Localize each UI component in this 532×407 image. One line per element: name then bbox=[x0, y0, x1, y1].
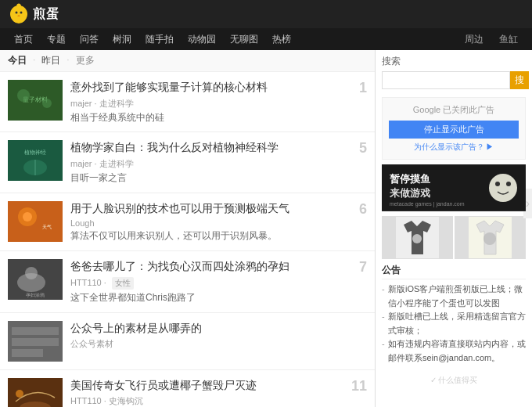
article-number-4: 7 bbox=[359, 259, 367, 276]
article-body-2: 植物学家自白：我为什么反对植物神经科学 majer · 走进科学 目听一家之言 bbox=[70, 140, 367, 184]
stop-ad-button[interactable]: 停止显示此广告 bbox=[389, 121, 519, 139]
logo-icon bbox=[8, 3, 30, 25]
article-desc-4: 这下全世界都知道Chris跑路了 bbox=[70, 291, 367, 304]
article-thumb-4: 孕妇涂鸦 bbox=[8, 259, 63, 300]
search-button[interactable]: 搜 bbox=[510, 71, 529, 89]
banner-ad-svg: 暂停摸鱼 来做游戏 metacade games | jandan.com bbox=[382, 165, 526, 211]
article-item: 公众号上的素材是从哪弄的 公众号素材 bbox=[0, 313, 375, 370]
svg-point-31 bbox=[489, 174, 517, 202]
nav-item-merch[interactable]: 周边 bbox=[458, 28, 490, 50]
article-body-1: 意外找到了能够实现量子计算的核心材料 majer · 走进科学 相当于经典系统中… bbox=[70, 80, 367, 124]
svg-text:植物神经: 植物神经 bbox=[24, 149, 46, 155]
article-meta-3: Lough bbox=[70, 218, 367, 228]
tshirt-item-1[interactable] bbox=[382, 216, 453, 259]
article-thumb-3: 天气 bbox=[8, 201, 63, 242]
article-thumb-6 bbox=[8, 378, 63, 407]
tshirt-svg-2 bbox=[469, 217, 512, 258]
article-title-4[interactable]: 爸爸去哪儿了：为找负心汉而四处涂鸦的孕妇 bbox=[70, 259, 367, 275]
svg-point-9 bbox=[17, 89, 30, 102]
article-title-3[interactable]: 用于人脸识别的技术也可以用于预测极端天气 bbox=[70, 201, 367, 217]
article-desc-3: 算法不仅可以用来识别人，还可以用于识别风暴。 bbox=[70, 229, 367, 243]
article-desc-2: 目听一家之言 bbox=[70, 171, 367, 185]
banner-ad[interactable]: 暂停摸鱼 来做游戏 metacade games | jandan.com bbox=[382, 164, 526, 211]
svg-point-40 bbox=[483, 232, 496, 245]
article-meta-2: majer · 走进科学 bbox=[70, 158, 367, 170]
article-meta-6: HTT110 · 史海钩沉 bbox=[70, 395, 367, 407]
article-meta-1: majer · 走进科学 bbox=[70, 98, 367, 110]
tshirt-svg-1 bbox=[396, 217, 439, 258]
article-item: 植物神经 植物学家自白：我为什么反对植物神经科学 majer · 走进科学 目听… bbox=[0, 132, 375, 193]
svg-point-32 bbox=[495, 182, 500, 186]
main-layout: 今日 · 昨日 · 更多 量子材料 意外找到了能够 bbox=[0, 50, 532, 407]
nav-right: 周边 鱼缸 bbox=[458, 28, 524, 50]
google-ad-area: Google 已关闭此广告 停止显示此广告 为什么显示该广告？ ▶ bbox=[382, 97, 526, 160]
svg-point-6 bbox=[17, 4, 21, 8]
nav-item-zoo[interactable]: 动物园 bbox=[182, 28, 222, 50]
search-label: 搜索 bbox=[382, 55, 526, 68]
svg-text:天气: 天气 bbox=[42, 225, 52, 229]
svg-point-38 bbox=[412, 234, 422, 243]
svg-point-3 bbox=[20, 12, 23, 14]
nav-item-fish[interactable]: 鱼缸 bbox=[493, 28, 524, 50]
announce-item-3: 如有违规内容请直接联站内内容，或邮件联系sein@jandan.com。 bbox=[382, 337, 526, 365]
article-meta-4: HTT110 · 女性 bbox=[70, 277, 367, 290]
nav-item-hot[interactable]: 热榜 bbox=[266, 28, 297, 50]
article-list: 量子材料 意外找到了能够实现量子计算的核心材料 majer · 走进科学 相当于… bbox=[0, 72, 375, 407]
nav-bar: 首页 专题 问答 树洞 随手拍 动物园 无聊图 热榜 周边 鱼缸 bbox=[0, 28, 532, 50]
article-item: 孕妇涂鸦 爸爸去哪儿了：为找负心汉而四处涂鸦的孕妇 HTT110 · 女性 这下… bbox=[0, 251, 375, 312]
search-box: 搜 bbox=[382, 71, 526, 89]
nav-item-boring[interactable]: 无聊图 bbox=[224, 28, 264, 50]
article-title-1[interactable]: 意外找到了能够实现量子计算的核心材料 bbox=[70, 80, 367, 95]
date-tabs: 今日 · 昨日 · 更多 bbox=[8, 54, 95, 67]
announce-item-2: 新版吐槽已上线，采用精选留言官方式审核； bbox=[382, 310, 526, 337]
tshirt-item-2[interactable] bbox=[455, 216, 526, 259]
logo: 煎蛋 bbox=[8, 3, 59, 25]
svg-rect-25 bbox=[12, 338, 59, 346]
article-number-1: 1 bbox=[359, 80, 367, 96]
sidebar: 搜索 搜 Google 已关闭此广告 停止显示此广告 为什么显示该广告？ ▶ bbox=[376, 50, 532, 407]
nav-item-home[interactable]: 首页 bbox=[8, 28, 39, 50]
article-number-6: 11 bbox=[351, 378, 367, 394]
search-input[interactable] bbox=[382, 71, 510, 89]
svg-point-2 bbox=[16, 12, 18, 14]
article-title-5[interactable]: 公众号上的素材是从哪弄的 bbox=[70, 321, 367, 337]
header: 煎蛋 bbox=[0, 0, 532, 28]
article-item: 量子材料 意外找到了能够实现量子计算的核心材料 majer · 走进科学 相当于… bbox=[0, 72, 375, 132]
svg-point-17 bbox=[23, 212, 32, 222]
nav-item-qa[interactable]: 问答 bbox=[74, 28, 105, 50]
article-meta-5: 公众号素材 bbox=[70, 338, 367, 350]
footer-watermark: ✓ 什么值得买 bbox=[376, 370, 532, 391]
svg-point-21 bbox=[25, 267, 38, 279]
nav-item-treehouse[interactable]: 树洞 bbox=[106, 28, 138, 50]
article-body-5: 公众号上的素材是从哪弄的 公众号素材 bbox=[70, 321, 367, 352]
article-body-4: 爸爸去哪儿了：为找负心汉而四处涂鸦的孕妇 HTT110 · 女性 这下全世界都知… bbox=[70, 259, 367, 304]
svg-point-10 bbox=[42, 99, 52, 108]
svg-point-33 bbox=[506, 182, 511, 186]
why-ad-text[interactable]: 为什么显示该广告？ ▶ bbox=[389, 142, 519, 153]
article-title-2[interactable]: 植物学家自白：我为什么反对植物神经科学 bbox=[70, 140, 367, 156]
article-title-6[interactable]: 美国传奇女飞行员或遭椰子蟹毁尸灭迹 bbox=[70, 378, 367, 394]
nav-item-snap[interactable]: 随手拍 bbox=[139, 28, 180, 50]
tab-more[interactable]: 更多 bbox=[76, 54, 95, 67]
svg-text:暂停摸鱼: 暂停摸鱼 bbox=[390, 173, 431, 185]
svg-rect-24 bbox=[12, 327, 59, 335]
nav-left: 首页 专题 问答 树洞 随手拍 动物园 无聊图 热榜 bbox=[8, 28, 297, 50]
tab-today[interactable]: 今日 bbox=[8, 54, 27, 67]
article-tag-4: 女性 bbox=[112, 277, 134, 290]
content-header: 今日 · 昨日 · 更多 bbox=[0, 50, 375, 72]
svg-text:metacade games | jandan.com: metacade games | jandan.com bbox=[390, 201, 465, 207]
article-body-3: 用于人脸识别的技术也可以用于预测极端天气 Lough 算法不仅可以用来识别人，还… bbox=[70, 201, 367, 243]
article-thumb-5 bbox=[8, 321, 63, 362]
google-ad-label: Google 已关闭此广告 bbox=[389, 104, 519, 116]
article-item: 美国传奇女飞行员或遭椰子蟹毁尸灭迹 HTT110 · 史海钩沉 椰子蟹有时被称为… bbox=[0, 370, 375, 407]
svg-text:来做游戏: 来做游戏 bbox=[389, 187, 430, 199]
article-body-6: 美国传奇女飞行员或遭椰子蟹毁尸灭迹 HTT110 · 史海钩沉 椰子蟹有时被称为… bbox=[70, 378, 367, 407]
tab-yesterday[interactable]: 昨日 bbox=[41, 54, 60, 67]
svg-text:孕妇涂鸦: 孕妇涂鸦 bbox=[26, 293, 45, 297]
nav-item-topics[interactable]: 专题 bbox=[41, 28, 72, 50]
tshirt-area bbox=[382, 216, 526, 259]
article-number-2: 5 bbox=[359, 140, 367, 157]
article-number-3: 6 bbox=[359, 201, 367, 218]
announce-item-1: 新版iOS客户端煎蛋初版已上线；微信小程序能了个蛋也可以发图 bbox=[382, 283, 526, 310]
article-desc-1: 相当于经典系统中的硅 bbox=[70, 111, 367, 124]
